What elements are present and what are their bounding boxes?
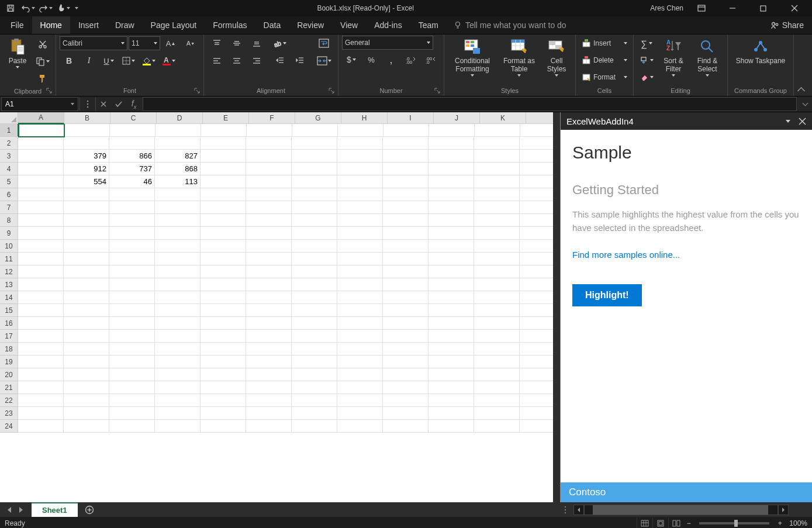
task-pane-menu-button[interactable] <box>786 120 790 123</box>
cell-I23[interactable] <box>383 407 429 420</box>
cell-K23[interactable] <box>474 407 520 420</box>
cell-H8[interactable] <box>337 214 383 227</box>
cell-G17[interactable] <box>292 330 337 343</box>
spreadsheet-grid[interactable]: ABCDEFGHIJK 1233798668274912737868555446… <box>0 112 554 502</box>
cell-J7[interactable] <box>429 201 474 214</box>
cell-G6[interactable] <box>292 188 337 201</box>
cell-B1[interactable] <box>64 124 110 137</box>
format-as-table-button[interactable]: Format as Table <box>499 36 540 77</box>
cell-A8[interactable] <box>18 214 64 227</box>
column-header-B[interactable]: B <box>64 112 110 124</box>
cell-H13[interactable] <box>337 278 383 291</box>
cell-G14[interactable] <box>292 291 337 304</box>
share-button[interactable]: Share <box>762 16 812 34</box>
dialog-launcher-icon[interactable] <box>329 88 336 95</box>
cell-G13[interactable] <box>292 278 337 291</box>
cell-D22[interactable] <box>155 394 201 407</box>
cell-I11[interactable] <box>383 253 429 265</box>
cell-I22[interactable] <box>383 394 429 407</box>
column-header-I[interactable]: I <box>388 112 434 124</box>
cell-I15[interactable] <box>383 304 429 317</box>
delete-cells-button[interactable]: Delete <box>579 53 630 68</box>
tab-page-layout[interactable]: Page Layout <box>143 16 205 34</box>
cell-J8[interactable] <box>429 214 474 227</box>
cell-E3[interactable] <box>201 150 246 163</box>
wrap-text-button[interactable] <box>313 36 334 51</box>
cell-J22[interactable] <box>429 394 474 407</box>
cell-C17[interactable] <box>109 330 155 343</box>
orientation-button[interactable]: ab <box>271 36 289 51</box>
cell-B3[interactable]: 379 <box>64 150 109 163</box>
cell-B7[interactable] <box>64 201 109 214</box>
cell-A1[interactable] <box>19 124 64 137</box>
cell-G18[interactable] <box>292 343 337 356</box>
cell-I16[interactable] <box>383 317 429 330</box>
cell-G9[interactable] <box>292 227 337 240</box>
align-center-button[interactable] <box>227 53 246 68</box>
align-top-button[interactable] <box>208 36 226 51</box>
cell-G3[interactable] <box>292 150 337 163</box>
cell-G15[interactable] <box>292 304 337 317</box>
cut-button[interactable] <box>33 37 52 52</box>
paste-button[interactable]: Paste <box>4 36 32 68</box>
sheet-tab-sheet1[interactable]: Sheet1 <box>32 502 78 517</box>
cell-E8[interactable] <box>201 214 246 227</box>
find-select-button[interactable]: Find & Select <box>691 36 724 77</box>
cell-K4[interactable] <box>474 163 520 175</box>
cell-D8[interactable] <box>155 214 201 227</box>
cell-J5[interactable] <box>429 175 474 188</box>
cell-B8[interactable] <box>64 214 109 227</box>
cell-E23[interactable] <box>201 407 246 420</box>
cell-F5[interactable] <box>246 175 292 188</box>
cell-K21[interactable] <box>474 381 520 394</box>
cell-H23[interactable] <box>337 407 383 420</box>
cell-A24[interactable] <box>18 420 64 433</box>
cell-C11[interactable] <box>109 253 155 265</box>
cell-J16[interactable] <box>429 317 474 330</box>
column-header-J[interactable]: J <box>434 112 480 124</box>
cell-A13[interactable] <box>18 278 64 291</box>
conditional-formatting-button[interactable]: Conditional Formatting <box>448 36 497 77</box>
zoom-in-button[interactable]: + <box>775 519 785 527</box>
select-all-button[interactable] <box>0 112 18 124</box>
cell-G16[interactable] <box>292 317 337 330</box>
increase-decimal-button[interactable]: .0.00 <box>402 52 420 67</box>
scroll-right-button[interactable] <box>778 505 789 515</box>
cell-B6[interactable] <box>64 188 109 201</box>
cell-A16[interactable] <box>18 317 64 330</box>
align-middle-button[interactable] <box>227 36 246 51</box>
cell-H5[interactable] <box>337 175 383 188</box>
merge-center-button[interactable] <box>313 53 334 68</box>
cell-E10[interactable] <box>201 240 246 253</box>
cell-J23[interactable] <box>429 407 474 420</box>
cell-B21[interactable] <box>64 381 109 394</box>
cell-A4[interactable] <box>18 163 64 175</box>
cell-C5[interactable]: 46 <box>109 175 155 188</box>
cell-D6[interactable] <box>155 188 201 201</box>
tab-split-handle[interactable] <box>564 506 566 514</box>
cell-H17[interactable] <box>337 330 383 343</box>
cell-E14[interactable] <box>201 291 246 304</box>
cell-I12[interactable] <box>383 265 429 278</box>
cell-D14[interactable] <box>155 291 201 304</box>
cell-G2[interactable] <box>292 137 337 150</box>
row-header-19[interactable]: 19 <box>0 356 18 368</box>
cell-J24[interactable] <box>429 420 474 433</box>
bold-button[interactable]: B <box>60 53 78 68</box>
cell-D13[interactable] <box>155 278 201 291</box>
cell-I24[interactable] <box>383 420 429 433</box>
cell-G4[interactable] <box>292 163 337 175</box>
enter-formula-button[interactable] <box>111 97 126 111</box>
increase-indent-button[interactable] <box>291 53 309 68</box>
cell-E19[interactable] <box>201 356 246 368</box>
cell-I13[interactable] <box>383 278 429 291</box>
cell-A5[interactable] <box>18 175 64 188</box>
row-header-1[interactable]: 1 <box>0 124 19 137</box>
cell-A19[interactable] <box>18 356 64 368</box>
cell-G8[interactable] <box>292 214 337 227</box>
align-left-button[interactable] <box>208 53 226 68</box>
cell-A6[interactable] <box>18 188 64 201</box>
save-icon[interactable] <box>2 1 19 15</box>
cell-G20[interactable] <box>292 368 337 381</box>
cell-J9[interactable] <box>429 227 474 240</box>
